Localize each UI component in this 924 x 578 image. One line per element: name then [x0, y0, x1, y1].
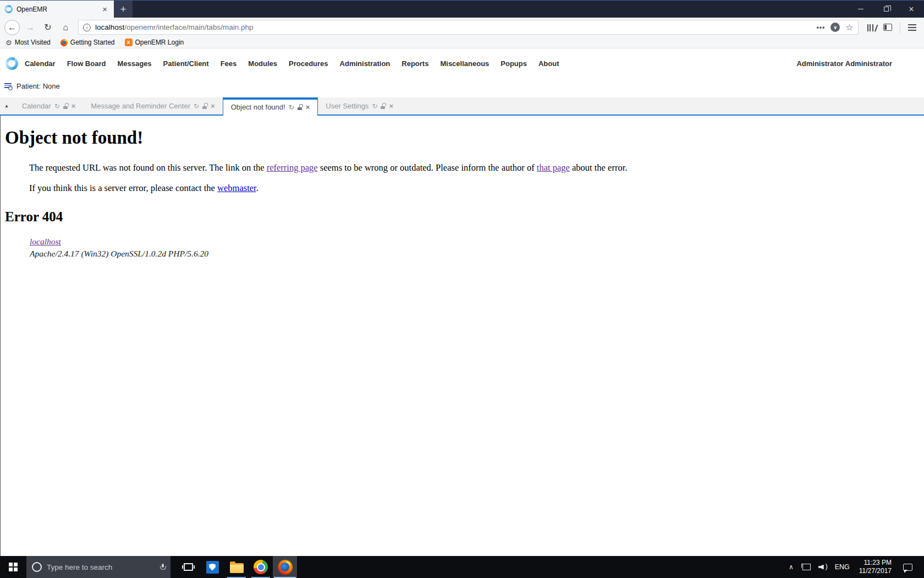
defender-shield-icon	[206, 561, 219, 574]
tab-close-icon[interactable]: ×	[100, 4, 109, 14]
menu-hamburger-icon[interactable]	[908, 24, 916, 31]
bookmark-label: Most Visited	[15, 39, 51, 46]
menu-modules[interactable]: Modules	[248, 59, 277, 68]
menu-reports[interactable]: Reports	[402, 59, 428, 68]
localhost-link[interactable]: localhost	[30, 237, 61, 247]
back-button[interactable]: ←	[4, 20, 20, 35]
windows-logo-icon	[9, 563, 18, 571]
cortana-icon	[32, 562, 42, 572]
network-tray[interactable]	[798, 556, 815, 578]
patient-search-icon	[4, 82, 13, 90]
network-icon	[801, 564, 811, 571]
taskbar-search[interactable]	[26, 556, 170, 578]
tab-close-icon[interactable]: ×	[306, 103, 310, 111]
menu-about[interactable]: About	[538, 59, 559, 68]
start-button[interactable]	[0, 556, 26, 578]
bookmark-getting-started[interactable]: Getting Started	[61, 39, 115, 46]
patient-selector[interactable]: Patient: None	[0, 75, 924, 97]
url-bar[interactable]: i localhost/openemr/interface/main/tabs/…	[78, 20, 859, 35]
volume-tray[interactable]	[815, 556, 831, 578]
menu-flow-board[interactable]: Flow Board	[67, 59, 106, 68]
menu-miscellaneous[interactable]: Miscellaneous	[440, 59, 489, 68]
menu-messages[interactable]: Messages	[117, 59, 151, 68]
tray-chevron-icon[interactable]: ∧	[785, 556, 798, 578]
tab-unlock-icon[interactable]	[381, 103, 386, 109]
url-host: localhost	[95, 23, 124, 31]
openemr-logo-icon[interactable]	[6, 57, 18, 70]
menu-popups[interactable]: Popups	[501, 59, 527, 68]
toolbar-divider	[900, 22, 900, 33]
taskbar-chrome[interactable]	[249, 556, 273, 578]
task-view-button[interactable]	[176, 556, 200, 578]
taskbar-clock[interactable]: 11:23 PM 11/27/2017	[854, 559, 897, 575]
language-indicator[interactable]: ENG	[831, 556, 854, 578]
url-text[interactable]: localhost/openemr/interface/main/tabs/ma…	[95, 23, 812, 31]
bookmark-most-visited[interactable]: ⚙ Most Visited	[6, 39, 51, 46]
system-tray: ∧ ENG 11:23 PM 11/27/2017	[785, 556, 924, 578]
emr-tabstrip: ▲ Calendar ↻ × Message and Reminder Cent…	[0, 97, 924, 116]
menu-patient-client[interactable]: Patient/Client	[163, 59, 209, 68]
paragraph-text: If you think this is a server error, ple…	[29, 183, 217, 193]
emr-tab-message-center[interactable]: Message and Reminder Center ↻ ×	[83, 97, 222, 114]
menu-procedures[interactable]: Procedures	[289, 59, 328, 68]
menu-fees[interactable]: Fees	[221, 59, 237, 68]
home-button[interactable]: ⌂	[58, 20, 73, 35]
site-info-icon[interactable]: i	[83, 24, 91, 31]
tab-unlock-icon[interactable]	[298, 104, 302, 110]
browser-tab-openemr[interactable]: OpenEMR ×	[0, 1, 114, 18]
emr-tab-label: Message and Reminder Center	[91, 102, 190, 110]
tab-close-icon[interactable]: ×	[211, 102, 215, 110]
folder-icon	[230, 563, 244, 573]
openemr-favicon-icon	[4, 5, 13, 13]
emr-tab-object-not-found[interactable]: Object not found! ↻ ×	[223, 97, 318, 116]
patient-label: Patient: None	[16, 82, 60, 90]
menu-calendar[interactable]: Calendar	[25, 59, 56, 68]
openemr-menubar: Calendar Flow Board Messages Patient/Cli…	[25, 59, 559, 68]
bookmark-star-icon[interactable]: ☆	[845, 22, 853, 32]
error-paragraph-1: The requested URL was not found on this …	[29, 162, 913, 173]
current-user-label[interactable]: Administrator Administrator	[796, 59, 919, 68]
forward-button[interactable]: →	[23, 20, 37, 35]
emr-tab-calendar[interactable]: Calendar ↻ ×	[14, 97, 83, 114]
reload-button[interactable]: ↻	[41, 20, 55, 35]
menu-administration[interactable]: Administration	[340, 59, 391, 68]
taskbar-firefox[interactable]	[273, 556, 297, 578]
bookmark-label: OpenEMR Login	[135, 39, 184, 46]
clock-time: 11:23 PM	[864, 559, 892, 567]
tab-refresh-icon[interactable]: ↻	[289, 103, 294, 111]
bookmark-openemr-login[interactable]: X OpenEMR Login	[125, 39, 184, 46]
search-input[interactable]	[47, 563, 155, 571]
tab-unlock-icon[interactable]	[202, 103, 207, 109]
microphone-icon[interactable]	[160, 564, 165, 571]
window-restore-button[interactable]	[873, 1, 899, 18]
page-actions-icon[interactable]: •••	[817, 24, 826, 31]
server-address-block: localhost Apache/2.4.17 (Win32) OpenSSL/…	[30, 237, 913, 259]
tab-close-icon[interactable]: ×	[389, 102, 393, 110]
new-tab-button[interactable]: +	[114, 1, 133, 18]
window-minimize-button[interactable]	[848, 1, 873, 18]
paragraph-text: The requested URL was not found on this …	[29, 162, 267, 173]
sidebar-icon[interactable]	[883, 24, 892, 31]
window-close-button[interactable]: ×	[899, 1, 924, 18]
taskbar-file-explorer[interactable]	[224, 556, 249, 578]
tab-refresh-icon[interactable]: ↻	[372, 102, 377, 110]
tab-refresh-icon[interactable]: ↻	[54, 102, 60, 110]
that-page-link[interactable]: that page	[537, 162, 570, 173]
emr-tab-user-settings[interactable]: User Settings ↻ ×	[318, 97, 401, 114]
library-icon[interactable]	[867, 24, 876, 31]
webmaster-link[interactable]: webmaster	[217, 183, 256, 193]
pocket-icon[interactable]: ∨	[831, 23, 840, 32]
tab-close-icon[interactable]: ×	[72, 102, 76, 110]
windows-taskbar: ∧ ENG 11:23 PM 11/27/2017	[0, 556, 924, 578]
tab-refresh-icon[interactable]: ↻	[194, 102, 199, 110]
referring-page-link[interactable]: referring page	[267, 162, 318, 173]
collapse-tabs-icon[interactable]: ▲	[0, 103, 14, 108]
speaker-icon	[818, 564, 827, 571]
emr-tab-label: Calendar	[22, 102, 51, 110]
action-center-button[interactable]	[897, 556, 916, 578]
browser-tab-title: OpenEMR	[16, 6, 96, 13]
taskbar-defender[interactable]	[200, 556, 224, 578]
tab-unlock-icon[interactable]	[63, 103, 68, 109]
bookmarks-bar: ⚙ Most Visited Getting Started X OpenEMR…	[0, 37, 924, 48]
firefox-icon	[278, 560, 293, 575]
